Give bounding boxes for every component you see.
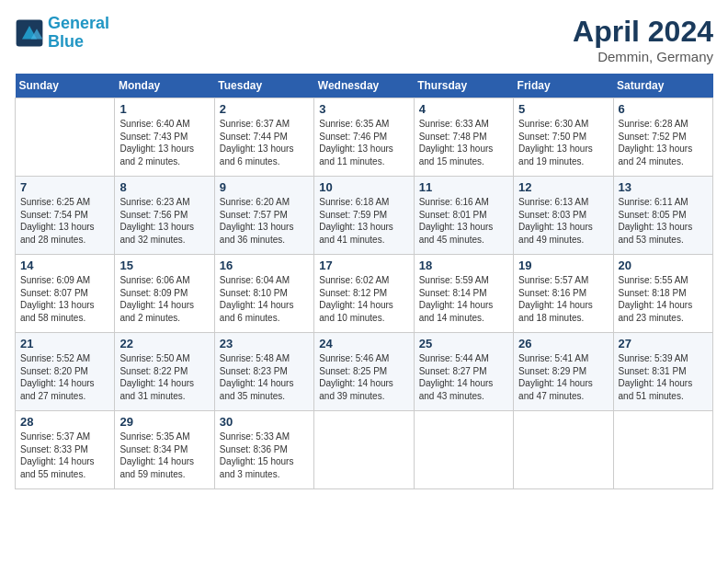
day-number: 1 bbox=[119, 102, 209, 116]
month-title: April 2024 bbox=[573, 15, 713, 49]
day-number: 13 bbox=[619, 180, 708, 194]
day-number: 23 bbox=[220, 337, 309, 350]
day-info: Sunrise: 5:59 AM Sunset: 8:14 PM Dayligh… bbox=[419, 274, 508, 324]
table-row: 10Sunrise: 6:18 AM Sunset: 7:59 PM Dayli… bbox=[314, 177, 414, 255]
table-row: 11Sunrise: 6:16 AM Sunset: 8:01 PM Dayli… bbox=[414, 177, 513, 255]
table-row bbox=[514, 411, 613, 489]
table-row: 16Sunrise: 6:04 AM Sunset: 8:10 PM Dayli… bbox=[214, 255, 313, 333]
day-info: Sunrise: 6:04 AM Sunset: 8:10 PM Dayligh… bbox=[220, 274, 309, 324]
day-info: Sunrise: 5:46 AM Sunset: 8:25 PM Dayligh… bbox=[319, 352, 408, 402]
day-number: 30 bbox=[220, 415, 309, 429]
day-number: 28 bbox=[20, 415, 109, 429]
day-info: Sunrise: 6:40 AM Sunset: 7:43 PM Dayligh… bbox=[119, 118, 209, 167]
day-info: Sunrise: 6:16 AM Sunset: 8:01 PM Dayligh… bbox=[419, 196, 508, 246]
page-header: GeneralBlue April 2024 Demmin, Germany bbox=[15, 15, 713, 64]
day-info: Sunrise: 6:09 AM Sunset: 8:07 PM Dayligh… bbox=[20, 274, 109, 324]
day-number: 25 bbox=[419, 337, 508, 350]
title-area: April 2024 Demmin, Germany bbox=[573, 15, 713, 64]
col-friday: Friday bbox=[514, 74, 613, 98]
table-row: 9Sunrise: 6:20 AM Sunset: 7:57 PM Daylig… bbox=[214, 177, 313, 255]
table-row: 30Sunrise: 5:33 AM Sunset: 8:36 PM Dayli… bbox=[214, 411, 313, 489]
table-row: 26Sunrise: 5:41 AM Sunset: 8:29 PM Dayli… bbox=[514, 333, 613, 411]
calendar-table: Sunday Monday Tuesday Wednesday Thursday… bbox=[15, 74, 713, 489]
table-row: 24Sunrise: 5:46 AM Sunset: 8:25 PM Dayli… bbox=[314, 333, 414, 411]
day-number: 29 bbox=[119, 415, 209, 429]
day-info: Sunrise: 6:06 AM Sunset: 8:09 PM Dayligh… bbox=[119, 274, 209, 324]
table-row bbox=[16, 98, 115, 177]
day-number: 7 bbox=[20, 180, 109, 194]
table-row: 23Sunrise: 5:48 AM Sunset: 8:23 PM Dayli… bbox=[214, 333, 313, 411]
day-info: Sunrise: 5:44 AM Sunset: 8:27 PM Dayligh… bbox=[419, 352, 508, 402]
day-info: Sunrise: 6:20 AM Sunset: 7:57 PM Dayligh… bbox=[220, 196, 309, 246]
table-row: 7Sunrise: 6:25 AM Sunset: 7:54 PM Daylig… bbox=[16, 177, 115, 255]
table-row: 12Sunrise: 6:13 AM Sunset: 8:03 PM Dayli… bbox=[514, 177, 613, 255]
day-number: 14 bbox=[20, 259, 109, 272]
day-info: Sunrise: 6:18 AM Sunset: 7:59 PM Dayligh… bbox=[319, 196, 408, 246]
table-row: 14Sunrise: 6:09 AM Sunset: 8:07 PM Dayli… bbox=[16, 255, 115, 333]
table-row bbox=[613, 411, 712, 489]
table-row: 19Sunrise: 5:57 AM Sunset: 8:16 PM Dayli… bbox=[514, 255, 613, 333]
day-info: Sunrise: 6:23 AM Sunset: 7:56 PM Dayligh… bbox=[119, 196, 209, 246]
day-info: Sunrise: 6:02 AM Sunset: 8:12 PM Dayligh… bbox=[319, 274, 408, 324]
day-number: 17 bbox=[319, 259, 408, 272]
table-row: 5Sunrise: 6:30 AM Sunset: 7:50 PM Daylig… bbox=[514, 98, 613, 177]
day-number: 3 bbox=[319, 102, 408, 116]
day-number: 22 bbox=[119, 337, 209, 350]
day-number: 4 bbox=[419, 102, 508, 116]
table-row: 4Sunrise: 6:33 AM Sunset: 7:48 PM Daylig… bbox=[414, 98, 513, 177]
day-info: Sunrise: 6:28 AM Sunset: 7:52 PM Dayligh… bbox=[619, 118, 708, 167]
day-number: 16 bbox=[220, 259, 309, 272]
day-number: 12 bbox=[518, 180, 608, 194]
day-number: 11 bbox=[419, 180, 508, 194]
day-info: Sunrise: 6:35 AM Sunset: 7:46 PM Dayligh… bbox=[319, 118, 408, 167]
calendar-header-row: Sunday Monday Tuesday Wednesday Thursday… bbox=[16, 74, 713, 98]
table-row: 22Sunrise: 5:50 AM Sunset: 8:22 PM Dayli… bbox=[115, 333, 214, 411]
day-info: Sunrise: 5:33 AM Sunset: 8:36 PM Dayligh… bbox=[220, 431, 309, 480]
day-info: Sunrise: 5:35 AM Sunset: 8:34 PM Dayligh… bbox=[119, 431, 209, 480]
week-row-4: 21Sunrise: 5:52 AM Sunset: 8:20 PM Dayli… bbox=[16, 333, 713, 411]
day-info: Sunrise: 6:13 AM Sunset: 8:03 PM Dayligh… bbox=[518, 196, 608, 246]
week-row-1: 1Sunrise: 6:40 AM Sunset: 7:43 PM Daylig… bbox=[16, 98, 713, 177]
day-number: 8 bbox=[119, 180, 209, 194]
day-info: Sunrise: 5:57 AM Sunset: 8:16 PM Dayligh… bbox=[518, 274, 608, 324]
col-wednesday: Wednesday bbox=[314, 74, 414, 98]
day-info: Sunrise: 5:48 AM Sunset: 8:23 PM Dayligh… bbox=[220, 352, 309, 402]
day-number: 10 bbox=[319, 180, 408, 194]
table-row: 20Sunrise: 5:55 AM Sunset: 8:18 PM Dayli… bbox=[613, 255, 712, 333]
day-number: 21 bbox=[20, 337, 109, 350]
table-row: 3Sunrise: 6:35 AM Sunset: 7:46 PM Daylig… bbox=[314, 98, 414, 177]
table-row bbox=[314, 411, 414, 489]
col-saturday: Saturday bbox=[613, 74, 712, 98]
logo-icon bbox=[15, 18, 44, 48]
table-row: 2Sunrise: 6:37 AM Sunset: 7:44 PM Daylig… bbox=[214, 98, 313, 177]
table-row: 1Sunrise: 6:40 AM Sunset: 7:43 PM Daylig… bbox=[115, 98, 214, 177]
table-row: 27Sunrise: 5:39 AM Sunset: 8:31 PM Dayli… bbox=[613, 333, 712, 411]
day-number: 24 bbox=[319, 337, 408, 350]
day-info: Sunrise: 6:30 AM Sunset: 7:50 PM Dayligh… bbox=[518, 118, 608, 167]
week-row-5: 28Sunrise: 5:37 AM Sunset: 8:33 PM Dayli… bbox=[16, 411, 713, 489]
col-tuesday: Tuesday bbox=[214, 74, 313, 98]
day-info: Sunrise: 5:50 AM Sunset: 8:22 PM Dayligh… bbox=[119, 352, 209, 402]
day-info: Sunrise: 5:52 AM Sunset: 8:20 PM Dayligh… bbox=[20, 352, 109, 402]
col-sunday: Sunday bbox=[16, 74, 115, 98]
day-info: Sunrise: 6:37 AM Sunset: 7:44 PM Dayligh… bbox=[220, 118, 309, 167]
day-info: Sunrise: 5:37 AM Sunset: 8:33 PM Dayligh… bbox=[20, 431, 109, 480]
week-row-3: 14Sunrise: 6:09 AM Sunset: 8:07 PM Dayli… bbox=[16, 255, 713, 333]
location-subtitle: Demmin, Germany bbox=[573, 49, 713, 64]
logo-text: GeneralBlue bbox=[48, 15, 109, 52]
table-row: 17Sunrise: 6:02 AM Sunset: 8:12 PM Dayli… bbox=[314, 255, 414, 333]
day-number: 19 bbox=[518, 259, 608, 272]
day-number: 18 bbox=[419, 259, 508, 272]
week-row-2: 7Sunrise: 6:25 AM Sunset: 7:54 PM Daylig… bbox=[16, 177, 713, 255]
day-info: Sunrise: 6:25 AM Sunset: 7:54 PM Dayligh… bbox=[20, 196, 109, 246]
logo: GeneralBlue bbox=[15, 15, 109, 52]
table-row: 15Sunrise: 6:06 AM Sunset: 8:09 PM Dayli… bbox=[115, 255, 214, 333]
table-row: 28Sunrise: 5:37 AM Sunset: 8:33 PM Dayli… bbox=[16, 411, 115, 489]
day-info: Sunrise: 6:33 AM Sunset: 7:48 PM Dayligh… bbox=[419, 118, 508, 167]
col-monday: Monday bbox=[115, 74, 214, 98]
day-number: 15 bbox=[119, 259, 209, 272]
table-row: 25Sunrise: 5:44 AM Sunset: 8:27 PM Dayli… bbox=[414, 333, 513, 411]
day-number: 9 bbox=[220, 180, 309, 194]
table-row: 8Sunrise: 6:23 AM Sunset: 7:56 PM Daylig… bbox=[115, 177, 214, 255]
day-info: Sunrise: 5:41 AM Sunset: 8:29 PM Dayligh… bbox=[518, 352, 608, 402]
